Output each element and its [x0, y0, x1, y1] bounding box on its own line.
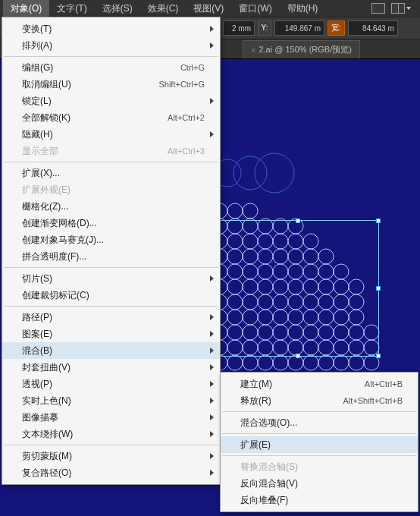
smi-reverse-front-back[interactable]: 反向堆叠(F) — [221, 492, 418, 508]
handle-mr[interactable] — [376, 286, 381, 291]
svg-point-88 — [258, 355, 273, 370]
svg-point-89 — [273, 355, 288, 370]
svg-point-87 — [243, 355, 258, 370]
handle-tr[interactable] — [376, 219, 381, 223]
mi-group[interactable]: 编组(G)Ctrl+G — [2, 59, 220, 76]
menubar: 对象(O) 文字(T) 选择(S) 效果(C) 视图(V) 窗口(W) 帮助(H… — [0, 0, 420, 17]
mi-trim-marks[interactable]: 创建裁切标记(C) — [2, 287, 220, 304]
svg-point-97 — [234, 156, 267, 190]
mi-showall: 显示全部Alt+Ctrl+3 — [2, 143, 220, 159]
menu-object[interactable]: 对象(O) — [3, 0, 49, 17]
menu-help[interactable]: 帮助(H) — [280, 0, 326, 17]
menu-select[interactable]: 选择(S) — [95, 0, 140, 17]
menu-separator — [222, 433, 416, 434]
mi-expand[interactable]: 扩展(X)... — [2, 165, 220, 181]
svg-point-91 — [303, 355, 318, 370]
mi-perspective[interactable]: 透视(P) — [2, 376, 220, 392]
mi-textwrap[interactable]: 文本绕排(W) — [2, 426, 220, 442]
tab-title: 2.ai @ 150% (RGB/预览) — [259, 44, 351, 55]
handle-bc[interactable] — [296, 354, 300, 358]
menu-separator — [4, 306, 218, 307]
menu-separator — [4, 267, 218, 268]
mi-gradient-mesh[interactable]: 创建渐变网格(D)... — [2, 215, 220, 231]
smi-replace-spine: 替换混合轴(S) — [221, 458, 418, 475]
mi-lock[interactable]: 锁定(L) — [2, 93, 220, 109]
smi-reverse-spine[interactable]: 反向混合轴(V) — [221, 475, 418, 492]
mi-blend[interactable]: 混合(B) — [2, 342, 220, 359]
mi-transform[interactable]: 变换(T) — [2, 20, 220, 37]
menu-separator — [4, 56, 218, 57]
menu-text[interactable]: 文字(T) — [49, 0, 94, 17]
menu-separator — [222, 411, 416, 412]
handle-tc[interactable] — [296, 219, 300, 223]
menu-separator — [222, 455, 416, 456]
mi-compound-path[interactable]: 复合路径(O) — [2, 464, 220, 481]
svg-point-1 — [227, 203, 243, 219]
mi-arrange[interactable]: 排列(A) — [2, 37, 220, 54]
svg-point-86 — [227, 355, 243, 370]
mi-unlockall[interactable]: 全部解锁(K)Alt+Ctrl+2 — [2, 109, 220, 126]
w-label: 宽: — [328, 20, 345, 36]
mi-hide[interactable]: 隐藏(H) — [2, 126, 220, 143]
menu-view[interactable]: 视图(V) — [186, 0, 231, 17]
mi-livepaint[interactable]: 实时上色(N) — [2, 392, 220, 409]
menu-separator — [4, 445, 218, 445]
y-label-btn: Y: — [258, 20, 271, 36]
blend-submenu: 建立(M)Alt+Ctrl+B 释放(R)Alt+Shift+Ctrl+B 混合… — [220, 372, 418, 512]
mi-mosaic[interactable]: 创建对象马赛克(J)... — [2, 231, 220, 248]
svg-point-94 — [349, 355, 364, 370]
object-menu: 变换(T) 排列(A) 编组(G)Ctrl+G 取消编组(U)Shift+Ctr… — [2, 17, 221, 485]
mi-slice[interactable]: 切片(S) — [2, 270, 220, 287]
y-field[interactable] — [274, 20, 324, 36]
svg-point-2 — [243, 203, 258, 219]
svg-point-98 — [255, 153, 294, 193]
w-field[interactable] — [348, 20, 398, 36]
mi-rasterize[interactable]: 栅格化(Z)... — [2, 198, 220, 215]
svg-point-92 — [318, 355, 334, 370]
doc-layout-icon[interactable] — [371, 3, 385, 14]
tab-close-icon[interactable]: × — [251, 46, 255, 55]
smi-release[interactable]: 释放(R)Alt+Shift+Ctrl+B — [221, 392, 418, 409]
mi-pattern[interactable]: 图案(E) — [2, 326, 220, 342]
selection-box — [216, 220, 379, 357]
mi-ungroup[interactable]: 取消编组(U)Shift+Ctrl+G — [2, 76, 220, 93]
arrange-docs-icon[interactable] — [391, 3, 411, 14]
handle-br[interactable] — [376, 354, 381, 358]
mi-clipping-mask[interactable]: 剪切蒙版(M) — [2, 448, 220, 464]
mi-envelope[interactable]: 封套扭曲(V) — [2, 359, 220, 376]
mi-path[interactable]: 路径(P) — [2, 309, 220, 326]
menu-separator — [4, 162, 218, 162]
menu-window[interactable]: 窗口(W) — [231, 0, 279, 17]
mi-flatten-transparency[interactable]: 拼合透明度(F)... — [2, 248, 220, 265]
svg-point-93 — [334, 355, 349, 370]
menu-effect[interactable]: 效果(C) — [140, 0, 186, 17]
mi-expand-appearance: 扩展外观(E) — [2, 181, 220, 198]
mi-imagetrace[interactable]: 图像描摹 — [2, 409, 220, 426]
smi-blend-options[interactable]: 混合选项(O)... — [221, 414, 418, 431]
document-tab[interactable]: × 2.ai @ 150% (RGB/预览) — [243, 40, 360, 58]
smi-expand[interactable]: 扩展(E) — [221, 436, 418, 453]
x-field[interactable] — [223, 20, 255, 36]
smi-make[interactable]: 建立(M)Alt+Ctrl+B — [221, 376, 418, 392]
